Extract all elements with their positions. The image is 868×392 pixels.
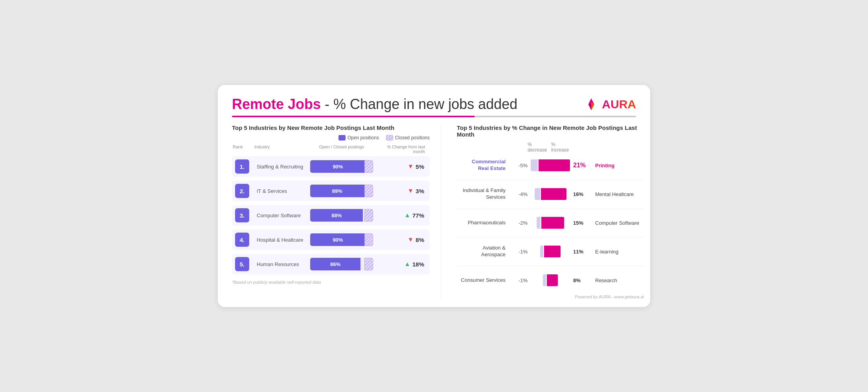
bar-closed [364, 233, 373, 246]
rp-pct-neg: -1% [509, 249, 529, 255]
rp-bar-left [531, 159, 538, 171]
header: Remote Jobs - % Change in new jobs added… [232, 96, 636, 113]
change-cell: ▼ 5% [373, 163, 428, 170]
legend-open-label: Open positions [348, 135, 379, 141]
rp-industry-right: Printing [593, 163, 644, 168]
arrow-down-icon: ▼ [407, 187, 414, 194]
col-postings: Open / Closed postings [309, 144, 374, 154]
col-rank: Rank [233, 144, 254, 154]
right-section-title: Top 5 Industries by % Change in New Remo… [457, 124, 644, 138]
rp-bar-left [543, 274, 546, 286]
powered-link[interactable]: www.getaura.ai [614, 294, 644, 299]
bar-open: 86% [310, 258, 360, 270]
rp-bar-right [539, 159, 570, 171]
header-divider [232, 116, 636, 117]
rp-row: Consumer Services -1% 8% Research [457, 272, 644, 289]
rp-header-center: % decrease % increase [528, 142, 573, 153]
rp-increase-label: % increase [551, 142, 573, 153]
legend-closed: Closed positions [386, 135, 430, 141]
rp-bar-right [541, 188, 566, 200]
table-row: 1. Staffing & Recruiting 90% ▼ 5% [232, 156, 430, 177]
rp-bar-right [547, 274, 558, 286]
change-cell: ▲ 18% [373, 261, 428, 268]
legend-closed-label: Closed positions [395, 135, 430, 141]
rp-pct-pos: 11% [572, 249, 591, 255]
rp-divider [457, 266, 644, 266]
rank-badge: 5. [235, 257, 249, 271]
change-value: 18% [412, 261, 424, 268]
change-cell: ▼ 8% [373, 236, 428, 243]
rank-badge: 1. [235, 159, 249, 174]
change-value: 77% [412, 212, 424, 219]
industry-name: Human Resources [255, 261, 310, 267]
bar-closed [364, 185, 373, 197]
bar-closed [364, 160, 373, 173]
powered-text: Powered by AURA - [575, 294, 614, 299]
rp-pct-neg: -4% [509, 191, 529, 197]
rp-industry-right: Mental Healtcare [593, 191, 644, 197]
rp-pct-neg: -5% [509, 163, 529, 168]
logo-area: AURA [584, 97, 636, 112]
rank-cell: 3. [234, 208, 255, 222]
bar-closed [364, 209, 373, 222]
right-panel: Top 5 Industries by % Change in New Remo… [454, 124, 644, 299]
bar-outer: 88% [310, 209, 373, 222]
rp-row: Individual & FamilyServices -4% 16% Ment… [457, 185, 644, 203]
rp-industry-left: Pharmaceuticals [457, 220, 508, 226]
bar-outer: 89% [310, 185, 373, 197]
table-header: Rank Industry Open / Closed postings % C… [232, 144, 430, 154]
rp-divider [457, 179, 644, 180]
bar-cell: 90% [310, 160, 373, 173]
rp-pct-neg: -2% [509, 220, 529, 226]
rank-cell: 5. [234, 257, 255, 271]
bar-open: 89% [310, 185, 364, 197]
page-title: Remote Jobs - % Change in new jobs added [232, 96, 517, 113]
rp-row: Aviation &Aerospace -1% 11% E-learning [457, 243, 644, 260]
arrow-down-icon: ▼ [407, 236, 414, 243]
right-table: CommmercialReal Estate -5% 21% Printing … [457, 157, 644, 289]
rp-pct-pos: 15% [572, 220, 591, 226]
logo-text: AURA [602, 98, 636, 111]
rp-pct-neg: -1% [509, 277, 529, 283]
rp-pct-pos: 16% [572, 191, 591, 197]
rp-bars [531, 159, 570, 171]
rank-badge: 2. [235, 184, 249, 198]
rank-badge: 3. [235, 208, 249, 222]
rp-bars [531, 217, 570, 229]
rp-bars [531, 188, 570, 200]
bar-cell: 89% [310, 185, 373, 197]
rp-row: CommmercialReal Estate -5% 21% Printing [457, 157, 644, 174]
rp-bar-right [544, 246, 561, 257]
change-value: 8% [416, 237, 424, 243]
table-row: 5. Human Resources 86% ▲ 18% [232, 254, 430, 274]
rank-badge: 4. [235, 233, 249, 247]
rp-industry-right: Computer Software [593, 220, 644, 226]
bar-cell: 86% [310, 258, 373, 270]
legend-closed-box [386, 135, 393, 141]
change-cell: ▼ 3% [373, 187, 428, 194]
rp-headers: % decrease % increase [457, 142, 644, 153]
industry-name: Computer Software [255, 213, 310, 218]
rp-row: Pharmaceuticals -2% 15% Computer Softwar… [457, 214, 644, 231]
legend-open-box [338, 135, 346, 141]
table-row: 4. Hospital & Healtcare 90% ▼ 8% [232, 229, 430, 250]
legend: Open positions Closed positions [232, 135, 430, 141]
rank-cell: 2. [234, 184, 255, 198]
rp-bar-left [540, 246, 543, 257]
main-card: Remote Jobs - % Change in new jobs added… [218, 85, 650, 307]
rp-industry-right: Research [593, 277, 644, 283]
col-change: % Change from last month [374, 144, 429, 154]
rp-industry-left: Aviation &Aerospace [457, 245, 508, 258]
arrow-down-icon: ▼ [407, 163, 414, 170]
rp-decrease-label: % decrease [528, 142, 551, 153]
title-bold: Remote Jobs [232, 96, 321, 112]
table-row: 3. Computer Software 88% ▲ 77% [232, 205, 430, 226]
rp-bar-left [537, 217, 541, 229]
rank-cell: 4. [234, 233, 255, 247]
title-rest: - % Change in new jobs added [321, 96, 517, 112]
industry-name: IT & Services [255, 188, 310, 194]
left-section-title: Top 5 Industries by New Remote Job Posti… [232, 124, 430, 131]
rp-bars [531, 246, 570, 257]
rp-industry-left: Consumer Services [457, 277, 508, 284]
change-cell: ▲ 77% [373, 212, 428, 219]
